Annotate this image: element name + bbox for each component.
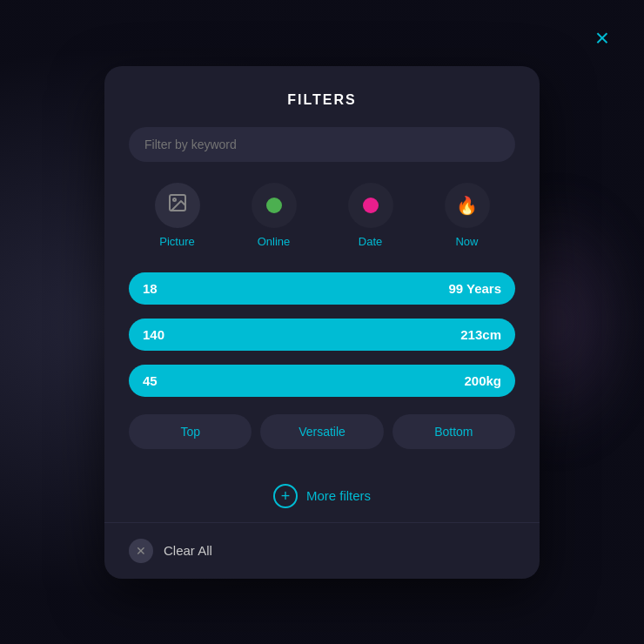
- filters-modal: FILTERS Picture Online: [104, 66, 540, 579]
- date-circle: [348, 183, 393, 228]
- age-range-section: 18 99 Years: [129, 272, 515, 305]
- close-button[interactable]: ×: [595, 26, 609, 50]
- svg-point-1: [173, 198, 176, 201]
- weight-range-bar[interactable]: 45 200kg: [129, 365, 515, 397]
- weight-max-label: 200kg: [464, 373, 501, 388]
- picture-circle: [155, 183, 200, 228]
- online-label: Online: [258, 235, 291, 248]
- age-max-label: 99 Years: [448, 281, 501, 296]
- modal-title: FILTERS: [129, 92, 515, 108]
- flame-icon: 🔥: [456, 195, 478, 216]
- height-max-label: 213cm: [460, 327, 501, 342]
- filter-icons-row: Picture Online Date 🔥 Now: [129, 183, 515, 248]
- filter-icon-picture[interactable]: Picture: [155, 183, 200, 248]
- position-versatile-button[interactable]: Versatile: [260, 414, 383, 449]
- clear-all-label: Clear All: [164, 543, 212, 558]
- height-range-section: 140 213cm: [129, 319, 515, 351]
- filter-icon-date[interactable]: Date: [348, 183, 393, 248]
- filter-icon-now[interactable]: 🔥 Now: [445, 183, 490, 248]
- weight-range-section: 45 200kg: [129, 365, 515, 397]
- clear-all-x-icon: ✕: [129, 539, 153, 563]
- more-filters-label: More filters: [306, 488, 371, 503]
- now-circle: 🔥: [445, 183, 490, 228]
- picture-icon: [167, 192, 188, 218]
- position-top-button[interactable]: Top: [129, 414, 252, 449]
- position-bottom-button[interactable]: Bottom: [392, 414, 515, 449]
- keyword-search-input[interactable]: [129, 127, 515, 162]
- height-range-bar[interactable]: 140 213cm: [129, 319, 515, 351]
- more-filters-button[interactable]: + More filters: [129, 470, 515, 522]
- age-range-bar[interactable]: 18 99 Years: [129, 272, 515, 305]
- picture-label: Picture: [159, 235, 194, 248]
- age-min-label: 18: [143, 281, 158, 296]
- online-circle: [252, 183, 297, 228]
- height-min-label: 140: [143, 327, 164, 342]
- weight-min-label: 45: [143, 373, 158, 388]
- position-buttons-row: Top Versatile Bottom: [129, 414, 515, 449]
- now-label: Now: [455, 235, 478, 248]
- filter-icon-online[interactable]: Online: [252, 183, 297, 248]
- date-dot-icon: [363, 198, 379, 213]
- date-label: Date: [359, 235, 382, 248]
- more-filters-plus-icon: +: [273, 484, 298, 508]
- online-dot-icon: [266, 198, 282, 213]
- clear-all-button[interactable]: ✕ Clear All: [129, 523, 515, 579]
